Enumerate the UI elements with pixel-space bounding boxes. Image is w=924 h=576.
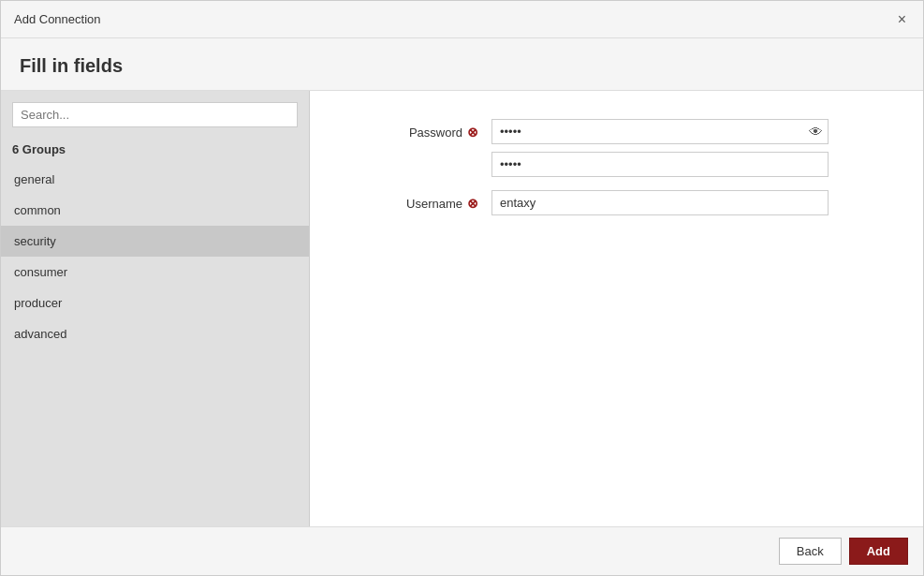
search-input[interactable] bbox=[12, 102, 298, 127]
sidebar-item-advanced[interactable]: advanced bbox=[1, 318, 309, 349]
sidebar-item-producer[interactable]: producer bbox=[1, 288, 309, 318]
sidebar-item-consumer[interactable]: consumer bbox=[1, 257, 309, 288]
password-inputs: 👁 bbox=[491, 119, 829, 177]
password-confirm-wrapper bbox=[491, 152, 829, 177]
dialog-body: 6 Groups general common security consume… bbox=[1, 91, 923, 526]
sidebar-item-common[interactable]: common bbox=[1, 195, 309, 226]
groups-label: 6 Groups bbox=[1, 137, 309, 164]
password-confirm-input[interactable] bbox=[491, 152, 829, 177]
username-input-wrapper bbox=[491, 190, 829, 215]
dialog-footer: Back Add bbox=[1, 526, 923, 575]
password-row: Password ⊗ 👁 bbox=[347, 119, 886, 177]
username-inputs bbox=[491, 190, 829, 215]
sidebar-item-security[interactable]: security bbox=[1, 226, 309, 257]
sidebar: 6 Groups general common security consume… bbox=[1, 91, 310, 526]
add-connection-dialog: Add Connection × Fill in fields 6 Groups… bbox=[0, 0, 924, 576]
content-area: Password ⊗ 👁 Username ⊗ bbox=[310, 91, 923, 526]
password-toggle-eye-button[interactable]: 👁 bbox=[809, 125, 823, 139]
password-required-icon: ⊗ bbox=[467, 125, 478, 140]
dialog-title: Add Connection bbox=[14, 12, 101, 26]
close-button[interactable]: × bbox=[894, 10, 910, 29]
dialog-titlebar: Add Connection × bbox=[1, 1, 923, 38]
username-required-icon: ⊗ bbox=[467, 196, 478, 211]
sidebar-item-general[interactable]: general bbox=[1, 164, 309, 195]
username-input[interactable] bbox=[491, 190, 829, 215]
dialog-header: Fill in fields bbox=[1, 38, 923, 91]
page-title: Fill in fields bbox=[20, 55, 123, 76]
username-label-text: Username bbox=[406, 197, 462, 211]
password-input-wrapper: 👁 bbox=[491, 119, 829, 144]
password-label-text: Password bbox=[409, 126, 462, 140]
username-label: Username ⊗ bbox=[347, 190, 478, 211]
add-button[interactable]: Add bbox=[849, 538, 908, 565]
username-row: Username ⊗ bbox=[347, 190, 886, 215]
password-input[interactable] bbox=[491, 119, 829, 144]
back-button[interactable]: Back bbox=[779, 538, 842, 565]
password-label: Password ⊗ bbox=[347, 119, 478, 140]
search-wrapper bbox=[1, 91, 309, 137]
